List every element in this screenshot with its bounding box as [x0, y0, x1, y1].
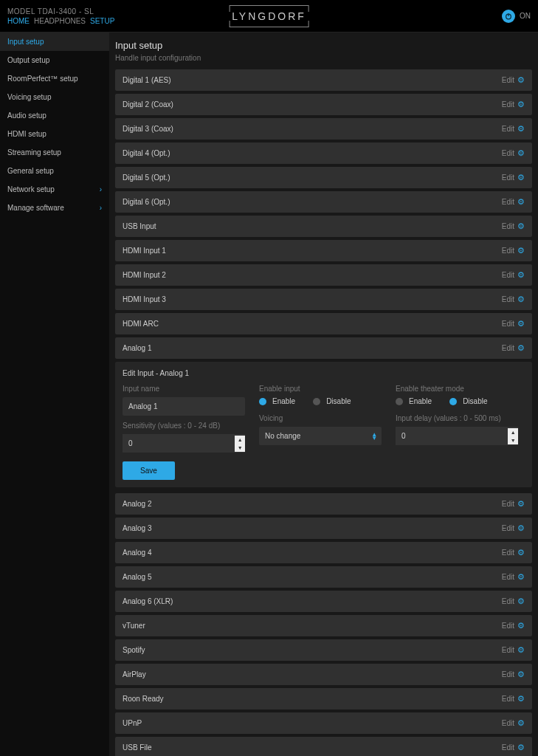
input-name-label: Input name: [123, 385, 252, 393]
sidebar-item-label: Output setup: [7, 56, 49, 64]
input-row[interactable]: HDMI ARCEdit⚙: [115, 313, 532, 334]
edit-button[interactable]: Edit⚙: [502, 246, 525, 255]
edit-button[interactable]: Edit⚙: [502, 295, 525, 304]
input-row[interactable]: HDMI Input 1Edit⚙: [115, 240, 532, 261]
input-row[interactable]: Analog 1Edit⚙: [115, 337, 532, 359]
input-row[interactable]: Analog 6 (XLR)Edit⚙: [115, 591, 532, 612]
input-row[interactable]: USB FileEdit⚙: [115, 737, 532, 756]
input-row[interactable]: Digital 4 (Opt.)Edit⚙: [115, 142, 532, 164]
header: MODEL TDAI-3400 - SL HOMEHEADPHONESSETUP…: [0, 0, 538, 32]
edit-button[interactable]: Edit⚙: [502, 499, 525, 509]
input-row[interactable]: Roon ReadyEdit⚙: [115, 688, 532, 709]
input-delay-wrap: ▲▼: [396, 427, 518, 445]
sidebar-item-label: RoomPerfect™ setup: [7, 75, 78, 83]
page-title: Input setup: [115, 40, 532, 51]
edit-button[interactable]: Edit⚙: [502, 597, 525, 606]
edit-button[interactable]: Edit⚙: [502, 124, 525, 134]
gear-icon: ⚙: [517, 173, 525, 182]
edit-button[interactable]: Edit⚙: [502, 197, 525, 207]
layout: Input setupOutput setupRoomPerfect™ setu…: [0, 32, 538, 756]
input-row-name: Analog 4: [123, 549, 151, 557]
edit-button[interactable]: Edit⚙: [502, 572, 525, 582]
sidebar-item-roomperfect-setup[interactable]: RoomPerfect™ setup: [0, 69, 109, 88]
breadcrumb-home[interactable]: HOME: [7, 17, 30, 25]
voicing-select[interactable]: ▲▼: [259, 427, 382, 445]
input-row[interactable]: SpotifyEdit⚙: [115, 639, 532, 661]
sidebar-item-output-setup[interactable]: Output setup: [0, 51, 109, 69]
sidebar-item-network-setup[interactable]: Network setup›: [0, 180, 109, 199]
voicing-select-value[interactable]: [259, 427, 382, 445]
input-row[interactable]: Digital 1 (AES)Edit⚙: [115, 69, 532, 91]
sidebar: Input setupOutput setupRoomPerfect™ setu…: [0, 32, 109, 756]
edit-button[interactable]: Edit⚙: [502, 75, 525, 85]
select-arrows-icon: ▲▼: [371, 433, 377, 440]
edit-button[interactable]: Edit⚙: [502, 319, 525, 329]
input-row[interactable]: Analog 4Edit⚙: [115, 542, 532, 563]
input-row[interactable]: HDMI Input 2Edit⚙: [115, 264, 532, 286]
theater-enable-radio[interactable]: Enable: [396, 397, 432, 405]
theater-disable-radio[interactable]: Disable: [449, 397, 487, 405]
edit-button[interactable]: Edit⚙: [502, 645, 525, 655]
edit-button[interactable]: Edit⚙: [502, 694, 525, 704]
edit-label: Edit: [502, 743, 514, 752]
breadcrumb-headphones[interactable]: HEADPHONES: [34, 17, 86, 25]
breadcrumb-setup[interactable]: SETUP: [90, 17, 114, 25]
input-row-name: Digital 6 (Opt.): [123, 198, 170, 206]
gear-icon: ⚙: [517, 197, 525, 207]
input-row[interactable]: AirPlayEdit⚙: [115, 664, 532, 685]
input-row-name: Analog 5: [123, 573, 151, 581]
input-row[interactable]: Analog 3Edit⚙: [115, 518, 532, 539]
enable-input-disable-radio[interactable]: Disable: [313, 397, 351, 405]
input-delay-field[interactable]: [396, 427, 508, 445]
input-row[interactable]: Digital 2 (Coax)Edit⚙: [115, 94, 532, 115]
gear-icon: ⚙: [517, 75, 525, 85]
sidebar-item-label: Voicing setup: [7, 93, 52, 101]
edit-button[interactable]: Edit⚙: [502, 221, 525, 231]
input-name-field[interactable]: [123, 397, 245, 416]
sidebar-item-manage-software[interactable]: Manage software›: [0, 199, 109, 217]
input-row[interactable]: Digital 3 (Coax)Edit⚙: [115, 118, 532, 140]
input-row-name: AirPlay: [123, 670, 146, 678]
sidebar-item-hdmi-setup[interactable]: HDMI setup: [0, 125, 109, 143]
enable-input-enable-radio[interactable]: Enable: [259, 397, 295, 405]
sidebar-item-audio-setup[interactable]: Audio setup: [0, 106, 109, 125]
input-row[interactable]: USB InputEdit⚙: [115, 216, 532, 237]
power-icon[interactable]: [502, 10, 515, 23]
edit-label: Edit: [502, 597, 514, 605]
input-row[interactable]: Digital 5 (Opt.)Edit⚙: [115, 167, 532, 188]
gear-icon: ⚙: [517, 124, 525, 134]
input-row[interactable]: UPnPEdit⚙: [115, 712, 532, 734]
edit-label: Edit: [502, 622, 514, 630]
gear-icon: ⚙: [517, 718, 525, 728]
sidebar-item-streaming-setup[interactable]: Streaming setup: [0, 143, 109, 162]
sensitivity-field[interactable]: [123, 434, 235, 453]
input-row[interactable]: vTunerEdit⚙: [115, 615, 532, 636]
edit-button[interactable]: Edit⚙: [502, 621, 525, 630]
edit-label: Edit: [502, 646, 514, 654]
delay-stepper[interactable]: ▲▼: [508, 428, 518, 444]
edit-button[interactable]: Edit⚙: [502, 343, 525, 353]
edit-button[interactable]: Edit⚙: [502, 670, 525, 679]
edit-button[interactable]: Edit⚙: [502, 148, 525, 158]
input-row[interactable]: Analog 5Edit⚙: [115, 566, 532, 588]
edit-button[interactable]: Edit⚙: [502, 270, 525, 280]
input-row[interactable]: Digital 6 (Opt.)Edit⚙: [115, 191, 532, 213]
edit-label: Edit: [502, 100, 514, 109]
gear-icon: ⚙: [517, 499, 525, 509]
sidebar-item-input-setup[interactable]: Input setup: [0, 32, 109, 51]
input-row[interactable]: Analog 2Edit⚙: [115, 493, 532, 515]
edit-button[interactable]: Edit⚙: [502, 100, 525, 109]
edit-button[interactable]: Edit⚙: [502, 548, 525, 557]
sidebar-item-general-setup[interactable]: General setup: [0, 162, 109, 180]
save-button[interactable]: Save: [123, 461, 175, 480]
edit-button[interactable]: Edit⚙: [502, 718, 525, 728]
input-row[interactable]: HDMI Input 3Edit⚙: [115, 289, 532, 310]
sidebar-item-voicing-setup[interactable]: Voicing setup: [0, 88, 109, 106]
edit-label: Edit: [502, 524, 514, 532]
edit-label: Edit: [502, 320, 514, 328]
edit-button[interactable]: Edit⚙: [502, 173, 525, 182]
sensitivity-stepper[interactable]: ▲▼: [235, 436, 245, 452]
edit-button[interactable]: Edit⚙: [502, 743, 525, 752]
gear-icon: ⚙: [517, 100, 525, 109]
edit-button[interactable]: Edit⚙: [502, 523, 525, 533]
